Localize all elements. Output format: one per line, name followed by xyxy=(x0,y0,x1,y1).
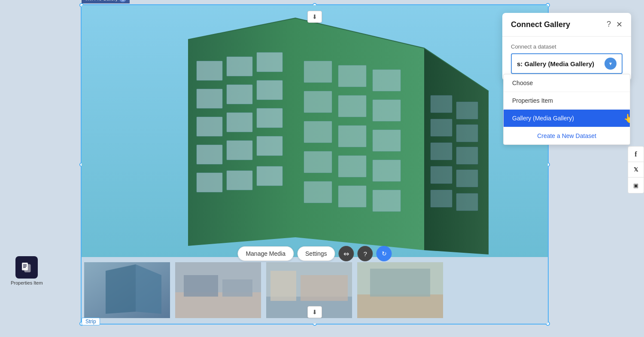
svg-rect-21 xyxy=(373,70,401,91)
thumbnail-4[interactable] xyxy=(357,262,443,318)
svg-rect-54 xyxy=(270,271,296,301)
svg-rect-8 xyxy=(227,85,252,104)
close-icon[interactable]: ✕ xyxy=(616,20,623,29)
thumbnail-2[interactable] xyxy=(175,262,261,318)
svg-rect-41 xyxy=(456,170,478,187)
facebook-icon[interactable]: f xyxy=(628,147,644,162)
svg-rect-9 xyxy=(257,80,283,100)
svg-rect-11 xyxy=(227,113,252,132)
gallery-option-label: Gallery (Media Gallery) xyxy=(512,115,574,122)
svg-rect-43 xyxy=(456,193,478,211)
gallery-main-image xyxy=(82,5,548,259)
help-icon[interactable]: ? xyxy=(607,20,611,29)
panel-header: Connect Gallery ? ✕ xyxy=(502,13,631,37)
svg-rect-42 xyxy=(431,190,452,207)
svg-rect-14 xyxy=(227,141,252,160)
svg-rect-28 xyxy=(304,151,332,173)
component-label-badge: 2 xyxy=(119,0,126,2)
create-dataset-label: Create a New Dataset xyxy=(537,132,596,139)
panel-header-icons: ? ✕ xyxy=(607,20,623,29)
panel-body: Connect a dataset s: Gallery (Media Gall… xyxy=(502,37,631,81)
svg-rect-33 xyxy=(373,190,401,211)
arrows-icon: ⇔ xyxy=(343,250,349,258)
connect-dataset-label: Connect a dataset xyxy=(511,43,623,50)
twitter-letter: 𝕏 xyxy=(634,166,638,173)
svg-rect-36 xyxy=(431,119,452,136)
dropdown-option-properties-item[interactable]: Properties Item xyxy=(504,92,630,110)
properties-item-label: Properties Item xyxy=(11,280,43,285)
building-illustration xyxy=(82,5,548,259)
dropdown-selected-text: s: Gallery (Media Gallery) xyxy=(517,60,594,67)
facebook-letter: f xyxy=(635,150,637,158)
svg-rect-12 xyxy=(257,108,283,128)
download-top-button[interactable]: ⬇ xyxy=(307,11,322,23)
instagram-letter: ▣ xyxy=(633,182,638,189)
svg-rect-10 xyxy=(197,117,222,136)
component-label-text: Wix Pro Gallery xyxy=(85,0,118,1)
settings-button[interactable]: Settings xyxy=(297,246,335,261)
svg-rect-6 xyxy=(257,52,283,72)
svg-rect-55 xyxy=(301,275,348,301)
twitter-icon[interactable]: 𝕏 xyxy=(628,162,644,178)
svg-rect-20 xyxy=(338,65,366,87)
properties-item-button[interactable]: Properties Item xyxy=(11,256,43,285)
connect-icon: ↻ xyxy=(382,250,387,257)
instagram-icon[interactable]: ▣ xyxy=(628,178,644,193)
dataset-dropdown[interactable]: s: Gallery (Media Gallery) ▾ Choose Prop… xyxy=(511,53,623,74)
svg-rect-5 xyxy=(227,57,252,76)
svg-rect-13 xyxy=(197,145,222,164)
dropdown-option-gallery[interactable]: Gallery (Media Gallery) 👆 xyxy=(504,110,630,127)
svg-rect-24 xyxy=(373,100,401,121)
svg-rect-31 xyxy=(304,181,332,203)
svg-rect-37 xyxy=(456,125,478,142)
component-label: Wix Pro Gallery 2 xyxy=(82,0,130,3)
dropdown-option-choose[interactable]: Choose xyxy=(504,74,630,92)
svg-rect-60 xyxy=(24,264,30,272)
svg-rect-15 xyxy=(257,136,283,156)
svg-rect-35 xyxy=(456,102,478,119)
svg-rect-23 xyxy=(338,95,366,117)
cursor-pointer: 👆 xyxy=(623,113,630,123)
svg-rect-16 xyxy=(197,173,222,192)
svg-rect-17 xyxy=(227,171,252,190)
properties-icon xyxy=(15,256,38,279)
svg-rect-26 xyxy=(338,126,366,147)
dropdown-create-dataset[interactable]: Create a New Dataset xyxy=(504,127,630,144)
connect-gallery-panel: Connect Gallery ? ✕ Connect a dataset s:… xyxy=(502,13,631,81)
svg-rect-57 xyxy=(357,294,443,318)
svg-marker-46 xyxy=(106,264,136,314)
manage-media-button[interactable]: Manage Media xyxy=(237,246,294,261)
svg-rect-39 xyxy=(456,147,478,164)
question-icon: ? xyxy=(363,250,367,257)
svg-rect-30 xyxy=(373,160,401,181)
connect-button[interactable]: ↻ xyxy=(377,246,392,261)
chevron-down-icon: ▾ xyxy=(609,61,612,67)
arrows-button[interactable]: ⇔ xyxy=(339,246,354,261)
thumbnail-1[interactable] xyxy=(84,262,170,318)
choose-label: Choose xyxy=(512,80,533,86)
svg-rect-32 xyxy=(338,186,366,207)
properties-item-option-label: Properties Item xyxy=(512,97,553,104)
panel-title: Connect Gallery xyxy=(511,20,570,29)
dropdown-arrow-icon[interactable]: ▾ xyxy=(605,58,617,70)
action-bar: Manage Media Settings ⇔ ? ↻ xyxy=(237,246,392,261)
svg-rect-58 xyxy=(370,269,430,297)
download-top-icon: ⬇ xyxy=(312,13,317,20)
gallery-component: Wix Pro Gallery 2 ⬇ xyxy=(81,4,549,325)
dropdown-menu: Choose Properties Item Gallery (Media Ga… xyxy=(503,74,630,145)
svg-rect-19 xyxy=(304,61,332,83)
svg-rect-7 xyxy=(197,89,222,108)
svg-rect-22 xyxy=(304,91,332,113)
svg-rect-50 xyxy=(184,275,218,297)
svg-rect-29 xyxy=(338,156,366,177)
svg-rect-4 xyxy=(197,61,222,80)
svg-rect-51 xyxy=(222,279,252,297)
svg-rect-38 xyxy=(431,143,452,160)
svg-rect-34 xyxy=(431,95,452,113)
strip-label: Strip xyxy=(82,318,100,325)
svg-rect-27 xyxy=(373,130,401,151)
svg-rect-25 xyxy=(304,121,332,143)
question-button[interactable]: ? xyxy=(358,246,373,261)
download-bottom-button[interactable]: ⬇ xyxy=(307,306,322,318)
social-icons-panel: f 𝕏 ▣ xyxy=(628,146,644,193)
